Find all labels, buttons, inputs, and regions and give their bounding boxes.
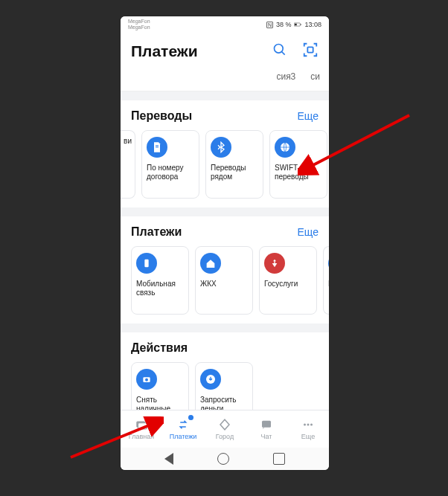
arrows-icon [176, 418, 190, 431]
home-icon [200, 253, 221, 274]
card-label: Госуслуги [264, 280, 298, 289]
app-header: Платежи [121, 33, 329, 70]
back-key[interactable] [164, 453, 173, 465]
section-payments: Платежи Еще Мобильная связь ЖКХ Госуслуг… [121, 216, 329, 323]
nfc-indicator: N [266, 22, 273, 28]
svg-point-3 [275, 45, 284, 54]
card-label: И [328, 280, 329, 289]
clock: 13:08 [304, 21, 321, 28]
diamond-icon [218, 418, 231, 431]
svg-rect-9 [144, 260, 148, 268]
card-label: Переводы рядом [211, 164, 258, 181]
document-icon [147, 137, 167, 158]
section-title: Платежи [131, 225, 182, 239]
card-stack-icon [135, 418, 148, 431]
page-title: Платежи [131, 42, 198, 60]
card-cut-left[interactable]: ви [121, 130, 135, 199]
nav-label: Главная [129, 433, 154, 440]
globe-icon [275, 137, 295, 158]
card-transfers-nearby[interactable]: Переводы рядом [205, 130, 263, 199]
status-bar: MegaFon MegaFon N 38 % 13:08 [121, 16, 329, 33]
android-softkeys [121, 448, 329, 470]
chat-icon [260, 418, 273, 431]
svg-rect-1 [295, 24, 297, 26]
card-by-contract[interactable]: По номеру договора [141, 130, 199, 199]
svg-line-4 [282, 52, 285, 55]
section-title: Переводы [131, 109, 192, 123]
home-key[interactable] [217, 453, 229, 465]
svg-rect-15 [262, 421, 271, 428]
svg-rect-5 [307, 47, 313, 52]
svg-point-16 [304, 424, 306, 426]
qr-scan-icon[interactable] [302, 42, 319, 61]
recents-key[interactable] [273, 453, 285, 465]
card-cut-right[interactable]: И [323, 246, 329, 315]
section-title: Действия [131, 341, 188, 355]
phone-icon [136, 253, 157, 274]
card-label: SWIFT-переводы [275, 164, 322, 181]
card-label: Мобильная связь [136, 280, 184, 297]
card-gosuslugi[interactable]: Госуслуги [259, 246, 317, 315]
svg-rect-6 [156, 145, 159, 146]
carrier-2: MegaFon [128, 25, 150, 30]
nav-city[interactable]: Город [204, 410, 246, 448]
battery-percent: 38 % [276, 21, 292, 28]
download-icon [200, 369, 221, 390]
eagle-icon [264, 253, 285, 274]
tag-1[interactable]: сия3 [276, 70, 295, 91]
carrier-1: MegaFon [128, 19, 150, 25]
svg-rect-14 [138, 423, 147, 429]
nav-payments[interactable]: Платежи [162, 410, 204, 448]
search-icon[interactable] [272, 42, 287, 60]
nav-label: Еще [301, 433, 315, 440]
phone-frame: MegaFon MegaFon N 38 % 13:08 Платежи [121, 16, 329, 470]
svg-point-17 [307, 424, 310, 426]
card-utilities[interactable]: ЖКХ [195, 246, 253, 315]
section-transfers: Переводы Еще ви По номеру договора Перев… [121, 100, 329, 207]
card-mobile[interactable]: Мобильная связь [131, 246, 189, 315]
card-label: ЖКХ [200, 280, 217, 289]
svg-rect-2 [301, 24, 301, 25]
bluetooth-icon [211, 137, 231, 158]
bottom-nav: Главная Платежи Город Чат Еще [121, 410, 329, 448]
card-label: По номеру договора [147, 164, 194, 181]
nav-home[interactable]: Главная [121, 410, 162, 448]
svg-point-18 [310, 424, 313, 426]
more-link[interactable]: Еще [298, 226, 319, 238]
more-link[interactable]: Еще [298, 110, 319, 122]
camera-icon [136, 369, 157, 390]
svg-point-11 [145, 379, 148, 381]
nav-more[interactable]: Еще [287, 410, 329, 448]
nav-label: Чат [261, 433, 272, 440]
card-swift[interactable]: SWIFT-переводы [269, 130, 327, 199]
tag-2[interactable]: си [310, 70, 320, 91]
generic-icon [328, 253, 329, 274]
nav-label: Платежи [170, 433, 197, 440]
battery-icon [294, 21, 301, 28]
svg-rect-7 [156, 146, 159, 147]
nav-label: Город [216, 433, 234, 440]
nav-chat[interactable]: Чат [246, 410, 287, 448]
dots-icon [301, 418, 315, 431]
notification-dot [188, 415, 193, 420]
tags-row: сия3 си [121, 70, 329, 91]
